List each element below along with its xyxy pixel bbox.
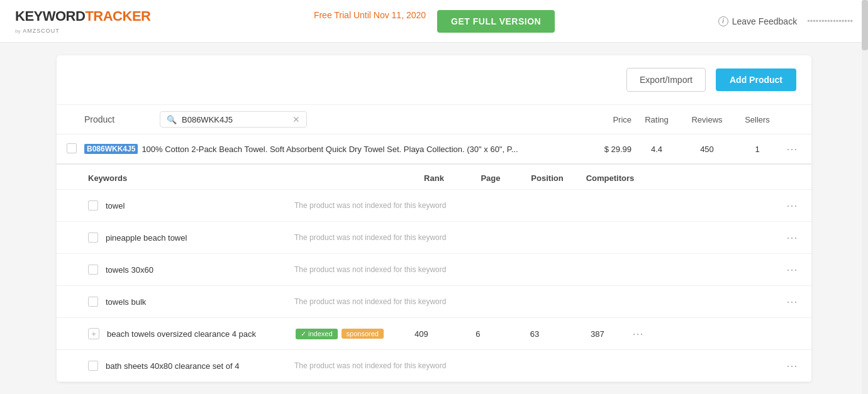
user-email: •••••••••••••••• bbox=[807, 16, 853, 26]
keyword-row: towels bulk The product was not indexed … bbox=[57, 286, 811, 318]
main-container: Export/Import Add Product Product 🔍 ✕ Pr… bbox=[57, 55, 811, 382]
add-product-button[interactable]: Add Product bbox=[716, 68, 796, 91]
keyword-name: bath sheets 40x80 clearance set of 4 bbox=[106, 361, 294, 371]
keyword-more-button[interactable]: ⋯ bbox=[782, 359, 801, 373]
keyword-name: towels 30x60 bbox=[106, 265, 294, 275]
product-table-header: Product 🔍 ✕ Price Rating Reviews Sellers bbox=[57, 105, 811, 134]
logo: KEYWORDTRACKER by AMZSCOUT bbox=[15, 8, 150, 35]
keyword-checkbox[interactable] bbox=[88, 233, 98, 243]
sponsored-badge: sponsored bbox=[342, 329, 384, 339]
leave-feedback-link[interactable]: i Leave Feedback bbox=[718, 16, 798, 26]
product-reviews: 450 bbox=[682, 145, 732, 154]
col-price-label: Price bbox=[581, 115, 632, 124]
keyword-checkbox[interactable] bbox=[88, 361, 98, 371]
col-page-label: Page bbox=[465, 173, 516, 183]
col-product-label: Product bbox=[84, 114, 160, 124]
search-container: 🔍 ✕ bbox=[160, 111, 307, 128]
keyword-status: The product was not indexed for this key… bbox=[294, 265, 543, 274]
keyword-name: beach towels oversized clearance 4 pack bbox=[107, 329, 296, 339]
keywords-section: Keywords Rank Page Position Competitors … bbox=[57, 165, 811, 382]
keyword-page: 6 bbox=[453, 329, 503, 339]
indexed-badge: ✓ indexed bbox=[296, 329, 338, 339]
keyword-more-button[interactable]: ⋯ bbox=[782, 263, 801, 276]
keyword-checkbox[interactable] bbox=[88, 297, 98, 307]
keyword-name: pineapple beach towel bbox=[106, 233, 294, 243]
keyword-row: bath sheets 40x80 clearance set of 4 The… bbox=[57, 350, 811, 382]
info-icon: i bbox=[718, 16, 728, 26]
search-icon: 🔍 bbox=[167, 115, 177, 124]
col-keywords-label: Keywords bbox=[88, 173, 403, 183]
get-full-version-button[interactable]: GET FULL VERSION bbox=[437, 10, 555, 33]
keyword-status: The product was not indexed for this key… bbox=[294, 297, 543, 306]
keyword-row-indexed: + beach towels oversized clearance 4 pac… bbox=[57, 318, 811, 350]
keyword-name: towels bulk bbox=[106, 297, 294, 307]
keyword-row: towels 30x60 The product was not indexed… bbox=[57, 254, 811, 286]
keyword-badges: ✓ indexed sponsored bbox=[296, 329, 384, 339]
logo-tracker: TRACKER bbox=[85, 8, 150, 24]
product-more-button[interactable]: ⋯ bbox=[782, 142, 801, 156]
col-position-label: Position bbox=[516, 173, 579, 183]
product-sellers: 1 bbox=[732, 145, 782, 154]
scrollbar-track bbox=[862, 0, 868, 394]
product-data-row: B086WKK4J5 100% Cotton 2-Pack Beach Towe… bbox=[57, 134, 811, 165]
keyword-competitors: 387 bbox=[566, 329, 629, 339]
keyword-more-button[interactable]: ⋯ bbox=[782, 199, 801, 212]
trial-text: Free Trial Until Nov 11, 2020 bbox=[314, 10, 426, 33]
col-reviews-label: Reviews bbox=[682, 115, 732, 124]
col-sellers-label: Sellers bbox=[732, 115, 782, 124]
header-middle: Free Trial Until Nov 11, 2020 GET FULL V… bbox=[150, 10, 718, 33]
export-import-button[interactable]: Export/Import bbox=[626, 68, 706, 92]
keyword-more-button[interactable]: ⋯ bbox=[629, 327, 648, 341]
keyword-more-button[interactable]: ⋯ bbox=[782, 231, 801, 244]
top-bar: Export/Import Add Product bbox=[57, 55, 811, 105]
product-price: $ 29.99 bbox=[581, 145, 632, 154]
keyword-row: pineapple beach towel The product was no… bbox=[57, 222, 811, 254]
keyword-row: towel The product was not indexed for th… bbox=[57, 190, 811, 222]
leave-feedback-label: Leave Feedback bbox=[732, 16, 798, 26]
col-competitors-label: Competitors bbox=[579, 173, 642, 183]
logo-keyword: KEYWORD bbox=[15, 8, 85, 24]
product-rating: 4.4 bbox=[632, 145, 682, 154]
keyword-checkbox[interactable] bbox=[88, 200, 98, 211]
product-asin: B086WKK4J5 bbox=[84, 144, 138, 154]
search-input[interactable] bbox=[182, 115, 287, 124]
scrollbar-thumb[interactable] bbox=[862, 0, 868, 50]
keyword-rank: 409 bbox=[390, 329, 453, 339]
product-checkbox[interactable] bbox=[67, 143, 77, 153]
keyword-status: The product was not indexed for this key… bbox=[294, 201, 543, 210]
header-right: i Leave Feedback •••••••••••••••• bbox=[718, 16, 853, 26]
keyword-position: 63 bbox=[503, 329, 566, 339]
keyword-checkbox[interactable] bbox=[88, 265, 98, 275]
col-rating-label: Rating bbox=[632, 115, 682, 124]
logo-brand: AMZSCOUT bbox=[23, 28, 60, 34]
logo-by: by bbox=[15, 28, 20, 34]
keyword-status: The product was not indexed for this key… bbox=[294, 233, 543, 242]
keyword-name: towel bbox=[106, 201, 294, 211]
keyword-status: The product was not indexed for this key… bbox=[294, 361, 543, 370]
keyword-expand-button[interactable]: + bbox=[88, 328, 99, 339]
keyword-more-button[interactable]: ⋯ bbox=[782, 295, 801, 309]
product-title: 100% Cotton 2-Pack Beach Towel. Soft Abs… bbox=[142, 145, 581, 154]
header: KEYWORDTRACKER by AMZSCOUT Free Trial Un… bbox=[0, 0, 868, 43]
clear-icon[interactable]: ✕ bbox=[292, 114, 300, 124]
keywords-header: Keywords Rank Page Position Competitors bbox=[57, 165, 811, 190]
col-rank-label: Rank bbox=[403, 173, 465, 183]
